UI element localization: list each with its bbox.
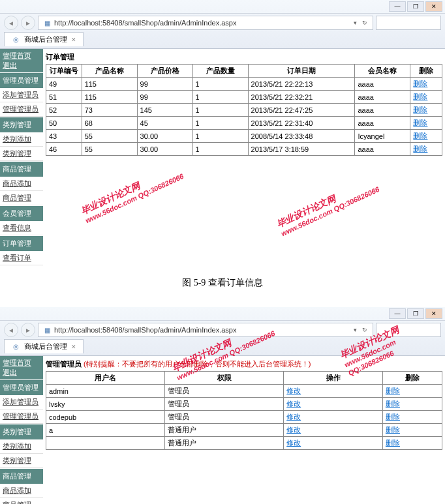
sidebar-section-category[interactable]: 类别管理 — [0, 117, 43, 132]
minimize-button[interactable]: — — [389, 1, 406, 12]
sidebar-item[interactable]: 查看订单 — [0, 251, 43, 265]
table-cell: 删除 — [382, 424, 442, 437]
table-cell: 1 — [192, 78, 248, 91]
table-cell: 删除 — [410, 130, 442, 143]
search-box[interactable] — [376, 16, 441, 30]
warning-text: (特别提醒：不要把所有的用户全部删除，否则不能进入后台管理系统！) — [84, 360, 311, 368]
table-cell: 修改 — [284, 385, 383, 398]
sidebar-item[interactable]: 类别管理 — [0, 147, 43, 161]
back-button[interactable]: ◄ — [4, 323, 18, 337]
window-controls: — ❐ ✕ — [0, 0, 445, 14]
sidebar-item[interactable]: 商品添加 — [0, 177, 43, 191]
sidebar-item[interactable]: 类别添加 — [0, 439, 43, 454]
table-header: 操作 — [284, 372, 383, 385]
sidebar-item[interactable]: 添加管理员 — [0, 395, 43, 409]
edit-link[interactable]: 修改 — [286, 400, 301, 408]
delete-link[interactable]: 删除 — [386, 413, 400, 421]
delete-link[interactable]: 删除 — [413, 145, 427, 153]
sidebar-logout-link[interactable]: 退出 — [3, 368, 17, 376]
table-row: admin管理员修改删除 — [46, 385, 442, 398]
table-cell: Icyangel — [355, 130, 410, 143]
table-cell: 50 — [46, 117, 82, 130]
sidebar-section-product[interactable]: 商品管理 — [0, 468, 43, 484]
delete-link[interactable]: 删除 — [413, 80, 427, 87]
sidebar-item[interactable]: 商品添加 — [0, 484, 43, 498]
address-bar[interactable]: ▦ http://localhost:58408/smallShop/admin… — [38, 323, 373, 337]
table-cell: 删除 — [410, 143, 442, 156]
sidebar-item[interactable]: 类别添加 — [0, 132, 43, 147]
close-window-button[interactable]: ✕ — [425, 1, 442, 12]
delete-link[interactable]: 删除 — [386, 387, 400, 394]
maximize-button[interactable]: ❐ — [407, 308, 424, 319]
sidebar-item[interactable]: 商品管理 — [0, 498, 43, 504]
table-cell: 1 — [192, 104, 248, 117]
forward-button[interactable]: ► — [21, 16, 35, 30]
sidebar-section-order[interactable]: 订单管理 — [0, 235, 43, 251]
sidebar-section-product[interactable]: 商品管理 — [0, 161, 43, 177]
delete-link[interactable]: 删除 — [413, 93, 427, 100]
table-cell: 1 — [192, 117, 248, 130]
sidebar-item[interactable]: 查看信息 — [0, 221, 43, 235]
table-cell: 52 — [46, 104, 82, 117]
sidebar-top: 管理首页 退出 — [0, 49, 43, 72]
edit-link[interactable]: 修改 — [286, 439, 301, 447]
table-cell: 管理员 — [165, 385, 284, 398]
table-cell: 删除 — [410, 104, 442, 117]
sidebar-item[interactable]: 管理管理员 — [0, 409, 43, 424]
browser-tab[interactable]: ◎ 商城后台管理 ✕ — [4, 32, 84, 46]
address-bar[interactable]: ▦ http://localhost:58408/smallShop/admin… — [38, 16, 373, 30]
table-cell: 51 — [46, 91, 82, 104]
table-cell: 1 — [192, 143, 248, 156]
delete-link[interactable]: 删除 — [386, 439, 400, 447]
table-cell: 115 — [82, 78, 137, 91]
page-body: 管理首页 退出 管理员管理 添加管理员 管理管理员 类别管理 类别添加 类别管理… — [0, 49, 445, 265]
delete-link[interactable]: 删除 — [413, 119, 427, 126]
sidebar-section-member[interactable]: 会员管理 — [0, 205, 43, 221]
dropdown-icon[interactable]: ▾ — [352, 327, 358, 333]
sidebar-item[interactable]: 管理管理员 — [0, 102, 43, 117]
table-header: 删除 — [382, 372, 442, 385]
delete-link[interactable]: 删除 — [413, 106, 427, 113]
table-cell: 删除 — [410, 117, 442, 130]
back-button[interactable]: ◄ — [4, 16, 18, 30]
table-cell: 73 — [82, 104, 137, 117]
refresh-icon[interactable]: ↻ — [361, 20, 369, 26]
dropdown-icon[interactable]: ▾ — [352, 20, 358, 26]
browser-tab[interactable]: ◎ 商城后台管理 ✕ — [4, 339, 84, 353]
table-cell: 2013/5/17 3:18:59 — [248, 143, 355, 156]
search-box[interactable] — [376, 323, 441, 337]
delete-link[interactable]: 删除 — [386, 400, 400, 408]
sidebar-item[interactable]: 商品管理 — [0, 191, 43, 205]
sidebar-item[interactable]: 添加管理员 — [0, 88, 43, 102]
url-text: http://localhost:58408/smallShop/admin/A… — [54, 19, 350, 27]
table-cell: aaaa — [355, 78, 410, 91]
table-cell: 2013/5/21 22:22:13 — [248, 78, 355, 91]
sidebar-section-category[interactable]: 类别管理 — [0, 424, 43, 439]
minimize-button[interactable]: — — [389, 308, 406, 319]
edit-link[interactable]: 修改 — [286, 387, 301, 394]
sidebar-top: 管理首页 退出 — [0, 356, 43, 379]
tab-close-icon[interactable]: ✕ — [71, 37, 76, 43]
content-area: 管理管理员 (特别提醒：不要把所有的用户全部删除，否则不能进入后台管理系统！) … — [43, 356, 445, 504]
table-row: 511159912013/5/21 22:32:21aaaa删除 — [46, 91, 442, 104]
maximize-button[interactable]: ❐ — [407, 1, 424, 12]
tab-favicon: ◎ — [11, 342, 20, 351]
close-window-button[interactable]: ✕ — [425, 308, 442, 319]
forward-button[interactable]: ► — [21, 323, 35, 337]
tab-close-icon[interactable]: ✕ — [71, 344, 76, 350]
table-header: 订单日期 — [248, 65, 355, 78]
tab-row: ◎ 商城后台管理 ✕ — [0, 32, 445, 48]
sidebar-section-admin[interactable]: 管理员管理 — [0, 72, 43, 88]
sidebar-logout-link[interactable]: 退出 — [3, 61, 17, 69]
delete-link[interactable]: 删除 — [386, 426, 400, 434]
tab-favicon: ◎ — [11, 35, 20, 44]
edit-link[interactable]: 修改 — [286, 426, 301, 434]
sidebar-home-link[interactable]: 管理首页 — [3, 359, 31, 366]
sidebar-section-admin[interactable]: 管理员管理 — [0, 379, 43, 395]
refresh-icon[interactable]: ↻ — [361, 327, 369, 333]
delete-link[interactable]: 删除 — [413, 132, 427, 140]
sidebar-item[interactable]: 类别管理 — [0, 454, 43, 468]
sidebar-home-link[interactable]: 管理首页 — [3, 52, 31, 59]
edit-link[interactable]: 修改 — [286, 413, 301, 421]
table-cell: 1 — [192, 91, 248, 104]
